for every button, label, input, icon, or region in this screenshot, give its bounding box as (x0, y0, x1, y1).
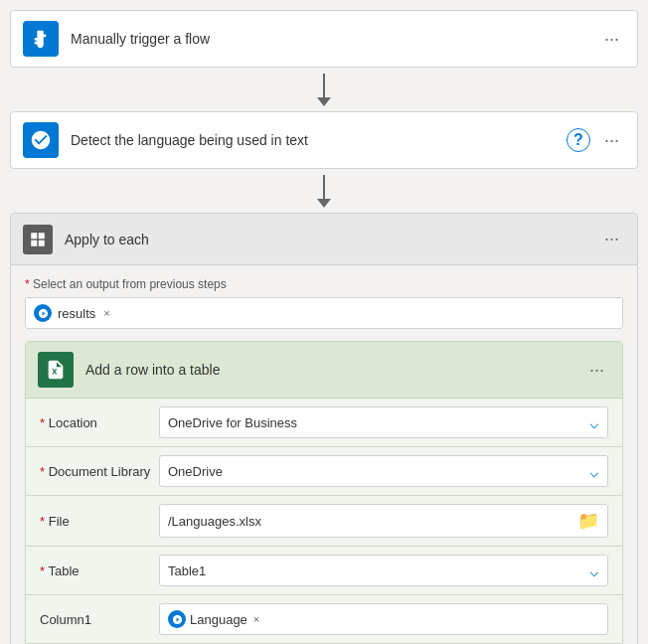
doc-library-value: OneDrive (168, 464, 223, 479)
column1-row: Column1 Language × (26, 595, 622, 644)
add-row-header: Add a row into a table ··· (26, 342, 622, 399)
arrow-2 (317, 171, 331, 211)
arrow-head-1 (317, 97, 331, 106)
doc-library-select[interactable]: OneDrive ⌵ (159, 455, 608, 487)
location-dropdown-arrow: ⌵ (589, 413, 599, 432)
detect-icon (23, 122, 59, 158)
arrow-line-2 (323, 175, 325, 199)
location-label: * Location (40, 415, 159, 430)
detect-card: Detect the language being used in text ?… (10, 111, 638, 169)
apply-to-each-card: Apply to each ··· * Select an output fro… (10, 213, 638, 644)
location-select[interactable]: OneDrive for Business ⌵ (159, 406, 608, 438)
add-row-menu-button[interactable]: ··· (583, 358, 610, 383)
apply-card-body: * Select an output from previous steps r… (11, 265, 637, 644)
trigger-actions: ··· (598, 27, 625, 52)
results-tag-label: results (58, 306, 95, 321)
detect-menu-button[interactable]: ··· (598, 128, 625, 153)
apply-actions: ··· (598, 227, 625, 251)
file-folder-icon: 📁 (577, 510, 599, 532)
trigger-title: Manually trigger a flow (71, 31, 598, 47)
arrow-1 (317, 70, 331, 109)
column1-tag-icon (168, 610, 186, 628)
arrow-head-2 (317, 199, 331, 208)
column1-label: Column1 (40, 612, 159, 627)
doc-library-label: * Document Library (40, 464, 159, 479)
location-value: OneDrive for Business (168, 415, 297, 430)
arrow-line-1 (323, 74, 325, 97)
output-select-box[interactable]: results × (25, 297, 623, 329)
flow-canvas: Manually trigger a flow ··· Detect the l… (10, 10, 638, 644)
add-row-actions: ··· (583, 358, 610, 383)
table-select[interactable]: Table1 ⌵ (159, 555, 608, 586)
file-input[interactable]: /Languages.xlsx 📁 (159, 504, 608, 538)
table-value: Table1 (168, 564, 206, 578)
apply-icon (23, 225, 53, 254)
detect-actions: ? ··· (567, 128, 625, 153)
trigger-menu-button[interactable]: ··· (598, 27, 625, 52)
table-dropdown-arrow: ⌵ (589, 562, 599, 580)
trigger-icon (23, 21, 59, 57)
apply-to-each-title: Apply to each (65, 232, 598, 247)
file-row: * File /Languages.xlsx 📁 (26, 496, 622, 547)
detect-card-header: Detect the language being used in text ?… (11, 112, 637, 168)
file-label: * File (40, 514, 159, 529)
doc-library-row: * Document Library OneDrive ⌵ (26, 447, 622, 496)
detect-title: Detect the language being used in text (71, 132, 567, 148)
column1-input[interactable]: Language × (159, 603, 608, 635)
trigger-card-header: Manually trigger a flow ··· (11, 11, 637, 67)
table-label: * Table (40, 564, 159, 578)
trigger-card: Manually trigger a flow ··· (10, 10, 638, 68)
apply-menu-button[interactable]: ··· (598, 227, 625, 251)
file-value: /Languages.xlsx (168, 514, 261, 529)
location-row: * Location OneDrive for Business ⌵ (26, 399, 622, 447)
excel-icon (38, 352, 74, 388)
add-row-title: Add a row into a table (85, 362, 583, 378)
add-row-card: Add a row into a table ··· * Location On… (25, 341, 623, 644)
apply-to-each-header: Apply to each ··· (11, 214, 637, 265)
results-tag-close[interactable]: × (103, 307, 109, 319)
table-row: * Table Table1 ⌵ (26, 547, 622, 595)
add-row-body: * Location OneDrive for Business ⌵ * Doc… (26, 399, 622, 644)
column1-tag-label: Language (190, 612, 247, 627)
select-output-text: Select an output from previous steps (33, 277, 227, 291)
select-output-label: * Select an output from previous steps (25, 277, 623, 291)
detect-help-button[interactable]: ? (567, 128, 590, 152)
results-tag-icon (34, 304, 52, 322)
doc-library-dropdown-arrow: ⌵ (589, 462, 599, 481)
column1-tag-close[interactable]: × (253, 613, 259, 625)
